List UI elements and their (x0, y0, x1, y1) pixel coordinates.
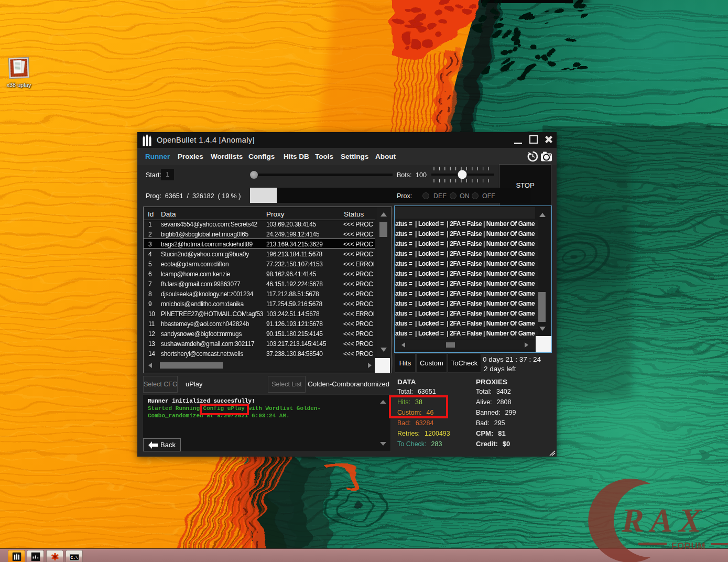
svg-text:FORUM: FORUM (671, 541, 705, 551)
svg-text:RAX: RAX (621, 502, 708, 539)
svg-text:C:\_: C:\_ (70, 555, 79, 560)
